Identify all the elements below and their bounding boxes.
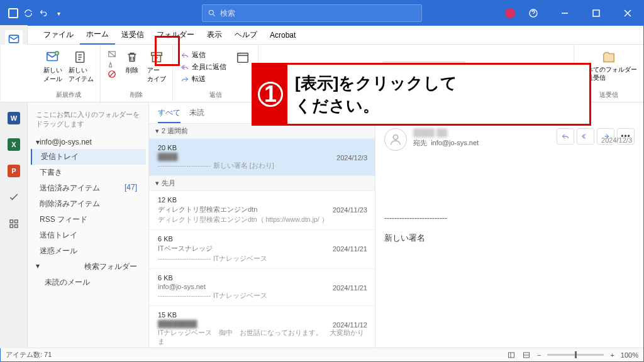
recipient-line: 宛先 info@jo-sys.net — [413, 138, 479, 148]
zoom-in[interactable]: + — [610, 351, 614, 359]
reply-all-action[interactable] — [577, 128, 594, 145]
tab-all[interactable]: すべて — [158, 107, 180, 123]
folder-inbox[interactable]: 受信トレイ — [31, 149, 146, 165]
tab-help[interactable]: ヘルプ — [228, 26, 264, 44]
folder-sync-icon — [600, 48, 618, 66]
account-header[interactable]: ▾info@jo-sys.net — [31, 135, 146, 149]
sync-icon[interactable] — [23, 8, 33, 18]
annotation-highlight-view-tab — [155, 36, 180, 66]
search-icon — [208, 9, 216, 18]
app-icon — [8, 8, 18, 18]
account-avatar[interactable] — [505, 8, 515, 18]
sender-avatar — [384, 128, 407, 151]
message-row[interactable]: 15 KB ████████ ITナレッジベース 御中 お世話になっております。… — [149, 306, 375, 348]
trash-icon — [123, 48, 141, 66]
folder-rss[interactable]: RSS フィード — [31, 212, 146, 228]
svg-point-38 — [393, 135, 397, 140]
reply-action[interactable] — [557, 128, 574, 145]
folder-junk[interactable]: 迷惑メール — [31, 243, 146, 259]
new-mail-label: 新しい メール — [43, 66, 62, 84]
new-mail-button[interactable]: 新しい メール — [41, 47, 65, 85]
ribbon-group-new: 新しい メール 新しい アイテム 新規作成 — [37, 45, 101, 102]
zoom-out[interactable]: − — [537, 351, 541, 359]
tab-acrobat[interactable]: Acrobat — [264, 27, 302, 43]
minimize-button[interactable] — [552, 1, 578, 26]
folder-sent[interactable]: 送信済みアイテム[47] — [31, 180, 146, 196]
meeting-reply-button[interactable] — [231, 47, 254, 67]
rail-powerpoint[interactable]: P — [5, 162, 23, 180]
folder-drafts[interactable]: 下書き — [31, 165, 146, 180]
annotation-callout: 1 [表示]をクリックして ください。 — [252, 63, 591, 126]
body: ここにお気に入りのフォルダーをドラッグします ▾info@jo-sys.net … — [1, 102, 643, 348]
junk-icon[interactable] — [107, 70, 117, 79]
svg-text:P: P — [11, 167, 16, 175]
svg-rect-21 — [14, 225, 18, 228]
mail-date: 2024/12/3 — [601, 136, 632, 144]
search-input[interactable] — [220, 9, 416, 18]
view-normal-icon[interactable] — [507, 351, 516, 359]
folder-deleted[interactable]: 削除済みアイテム — [31, 196, 146, 212]
svg-rect-19 — [14, 220, 18, 223]
group-2weeks[interactable]: ▾2 週間前 — [149, 124, 375, 139]
reply-all-button[interactable]: 全員に返信 — [179, 62, 228, 72]
message-row[interactable]: 6 KB info@jo-sys.net ITナレッジベース 2024/11/2… — [149, 269, 375, 306]
forward-button[interactable]: 転送 — [179, 74, 228, 84]
menu-tabs: ファイル ホーム 送受信 フォルダー 表示 ヘルプ Acrobat — [1, 26, 643, 45]
view-reading-icon[interactable] — [522, 351, 531, 359]
maximize-button[interactable] — [583, 1, 609, 26]
undo-icon[interactable] — [38, 8, 48, 18]
message-row[interactable]: 20 KB ████ 新しい署名 [おわり] 2024/12/3 — [149, 139, 375, 176]
tab-unread-filter[interactable]: 未読 — [189, 107, 204, 123]
rail-excel[interactable]: X — [5, 136, 23, 153]
group-reply-label: 返信 — [209, 90, 222, 99]
ignore-icon[interactable] — [107, 50, 117, 58]
svg-rect-39 — [508, 353, 514, 358]
message-row[interactable]: 6 KB ITベースナレッジ ITナレッジベース 2024/11/21 — [149, 230, 375, 269]
ribbon-group-reply: 返信 全員に返信 転送 返信 — [173, 45, 258, 102]
group-new-label: 新規作成 — [56, 90, 81, 99]
delete-label: 削除 — [126, 66, 138, 75]
signature-text: 新しい署名 — [384, 233, 635, 244]
folder-search[interactable]: ▾検索フォルダー — [31, 259, 146, 275]
reading-pane: ████████ testメール ████ ██ 宛先 info@jo-sys.… — [375, 102, 643, 348]
status-bar: アイテム数: 71 − + 100% — [1, 348, 643, 361]
cleanup-icon[interactable] — [107, 60, 117, 69]
delete-button[interactable]: 削除 — [121, 47, 143, 76]
svg-text:W: W — [10, 114, 17, 122]
tab-file[interactable]: ファイル — [37, 26, 80, 44]
tab-sendrecv[interactable]: 送受信 — [115, 26, 150, 44]
folder-outbox[interactable]: 送信トレイ — [31, 228, 146, 243]
titlebar: ▾ — [1, 1, 643, 26]
favorites-drop-hint: ここにお気に入りのフォルダーをドラッグします — [31, 107, 146, 135]
group-lastmonth[interactable]: ▾先月 — [149, 176, 375, 191]
help-icon[interactable] — [520, 1, 547, 26]
outlook-window: ▾ W X P ファイル ホーム 送受信 フォルダー 表示 ヘルプ Acroba… — [0, 0, 644, 362]
item-count: アイテム数: 71 — [6, 350, 52, 359]
tab-view[interactable]: 表示 — [201, 26, 228, 44]
overflow-icon[interactable]: ▾ — [53, 8, 64, 18]
rail-word[interactable]: W — [5, 109, 23, 127]
meeting-icon — [234, 48, 252, 66]
folder-unread[interactable]: 未読のメール — [31, 275, 146, 290]
reply-button[interactable]: 返信 — [179, 50, 228, 60]
group-delete-label: 削除 — [130, 90, 143, 99]
svg-rect-18 — [10, 220, 13, 223]
message-list-pane: すべて 未読 ▾2 週間前 20 KB ████ 新しい署名 [おわり] 202… — [149, 102, 375, 348]
new-item-icon — [72, 48, 90, 66]
zoom-slider[interactable] — [547, 354, 604, 356]
rail-todo[interactable] — [5, 189, 23, 206]
new-item-button[interactable]: 新しい アイテム — [66, 47, 96, 85]
archive-label: アー カイブ — [147, 66, 166, 84]
rail-more[interactable] — [5, 215, 23, 233]
message-row[interactable]: 12 KB ディレクトリ型検索エンジンdtn ディレクトリ型検索エンジンdtn（… — [149, 191, 375, 230]
sender-name: ████ ██ — [413, 128, 479, 137]
svg-text:X: X — [11, 141, 16, 148]
zoom-value: 100% — [621, 351, 638, 359]
search-bar[interactable] — [202, 4, 422, 22]
svg-rect-20 — [10, 225, 13, 228]
tab-home[interactable]: ホーム — [80, 25, 115, 45]
folder-pane: ここにお気に入りのフォルダーをドラッグします ▾info@jo-sys.net … — [28, 102, 149, 348]
svg-rect-31 — [238, 53, 248, 63]
close-button[interactable] — [614, 1, 641, 26]
svg-rect-1 — [9, 9, 17, 17]
